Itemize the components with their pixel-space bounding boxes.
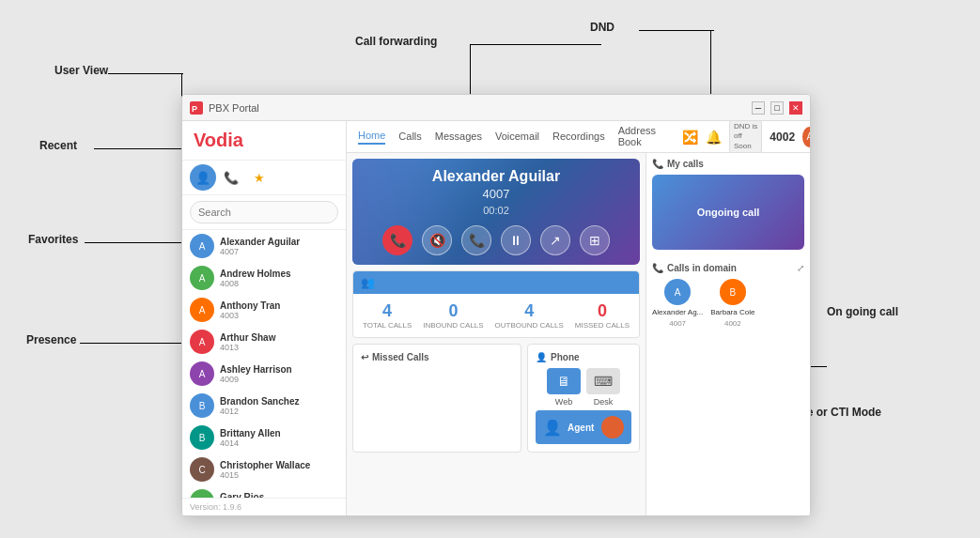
contact-info: Andrew Holmes 4008: [220, 269, 338, 288]
domain-contact[interactable]: A Alexander Ag... 4007: [652, 279, 703, 328]
desk-mode-button[interactable]: ⌨ Desk: [586, 368, 620, 407]
missed-calls-icon: ↩: [361, 352, 368, 362]
dnd-badge[interactable]: DND is off Soon: [729, 121, 762, 153]
stats-icon: 👥: [361, 276, 375, 289]
avatar: B: [720, 279, 746, 305]
domain-icon: 📞: [652, 263, 663, 273]
web-mode-button[interactable]: 🖥 Web: [547, 368, 581, 407]
outbound-label: OUTBOUND CALLS: [495, 321, 564, 330]
nav-item-messages[interactable]: Messages: [435, 131, 482, 144]
stats-header: 👥: [353, 271, 639, 294]
search-area: [182, 195, 346, 230]
domain-contact[interactable]: B Barbara Cole 4002: [710, 279, 754, 328]
avatar: A: [664, 279, 691, 305]
dnd-status: DND is off: [734, 122, 757, 142]
inbound-calls-stat: 0 INBOUND CALLS: [423, 301, 483, 330]
search-input[interactable]: [190, 201, 338, 223]
transfer-button[interactable]: ↗: [540, 225, 570, 255]
contact-info: Anthony Tran 4003: [220, 300, 338, 320]
avatar: A: [190, 330, 214, 354]
caller-name: Alexander Aguilar: [366, 168, 627, 185]
end-call-button[interactable]: 📞: [382, 225, 412, 255]
close-button[interactable]: ✕: [789, 101, 802, 115]
nav-actions: 🔀 🔔 DND is off Soon 4002 A: [682, 121, 810, 153]
sidebar: Vodia 👤 📞 ★ A Alexander Aguilar 4007 A A…: [182, 121, 347, 515]
phone-title: 👤 Phone: [536, 352, 631, 362]
main-panel: HomeCallsMessagesVoicemailRecordingsAddr…: [347, 121, 810, 515]
nav-item-home[interactable]: Home: [358, 130, 385, 145]
missed-calls-icon-button[interactable]: 📞: [218, 164, 244, 191]
inbound-value: 0: [423, 301, 483, 321]
favorites-label: Favorites: [28, 233, 78, 246]
call-button[interactable]: 📞: [461, 225, 491, 255]
avatar: A: [190, 361, 214, 386]
keypad-button[interactable]: ⊞: [580, 225, 610, 255]
user-view-label: User View: [54, 64, 108, 77]
list-item[interactable]: B Brittany Allen 4014: [182, 422, 346, 453]
right-panel: 📞 My calls Ongoing call 📞 Calls in do: [646, 153, 810, 515]
phone-icon: 👤: [536, 352, 547, 362]
bell-icon[interactable]: 🔔: [706, 130, 722, 145]
call-info: Alexander Aguilar 4007 00:02 📞 🔇 📞 ⏸ ↗ ⊞: [366, 168, 627, 255]
total-value: 4: [363, 301, 412, 321]
outbound-calls-stat: 4 OUTBOUND CALLS: [495, 301, 564, 330]
recent-label: Recent: [39, 139, 77, 152]
contact-name: Brandon Sanchez: [220, 396, 338, 407]
contact-info: Brittany Allen 4014: [220, 428, 338, 448]
mute-button[interactable]: 🔇: [422, 225, 452, 255]
hold-button[interactable]: ⏸: [501, 225, 531, 255]
avatar: A: [190, 298, 214, 322]
phone-modes: 🖥 Web ⌨ Desk: [536, 368, 631, 407]
missed-calls-stat: 0 MISSED CALLS: [575, 301, 630, 330]
list-item[interactable]: C Christopher Wallace 4015: [182, 453, 346, 485]
favorites-icon-button[interactable]: ★: [246, 164, 272, 191]
content-area: Alexander Aguilar 4007 00:02 📞 🔇 📞 ⏸ ↗ ⊞: [347, 153, 810, 515]
agent-card[interactable]: 👤 Agent: [536, 410, 631, 444]
app-window: P PBX Portal ─ □ ✕ Vodia 👤 📞 ★: [181, 94, 811, 516]
contact-ext: 4003: [220, 311, 338, 320]
caller-ext: 4007: [366, 187, 627, 201]
nav-item-address book[interactable]: Address Book: [618, 125, 656, 149]
my-calls-section: 📞 My calls Ongoing call: [652, 159, 804, 255]
missed-label: MISSED CALLS: [575, 321, 630, 330]
contact-name: Anthony Tran: [220, 300, 338, 311]
minimize-button[interactable]: ─: [752, 101, 765, 115]
avatar: B: [190, 425, 214, 450]
window-title: PBX Portal: [209, 102, 752, 114]
version-text: Version: 1.9.6: [182, 498, 346, 515]
list-item[interactable]: A Arthur Shaw 4013: [182, 326, 346, 358]
avatar: B: [190, 393, 214, 418]
list-item[interactable]: G Gary Rios 4018: [182, 485, 346, 498]
presence-label: Presence: [26, 333, 76, 346]
extension-badge: 4002: [770, 131, 795, 144]
call-forwarding-label: Call forwarding: [355, 35, 437, 48]
contact-ext: 4009: [220, 375, 338, 384]
stats-card: 👥 4 TOTAL CALLS 0 INBOUND CALLS: [352, 270, 640, 338]
list-item[interactable]: B Brandon Sanchez 4012: [182, 390, 346, 422]
maximize-button[interactable]: □: [770, 101, 784, 115]
phone-nav-icon[interactable]: 🔀: [682, 130, 698, 145]
expand-icon[interactable]: ⤢: [797, 263, 804, 273]
nav-item-voicemail[interactable]: Voicemail: [495, 131, 539, 144]
logo: Vodia: [194, 130, 243, 151]
list-item[interactable]: A Andrew Holmes 4008: [182, 262, 346, 294]
call-timer: 00:02: [366, 205, 627, 216]
nav-item-recordings[interactable]: Recordings: [552, 131, 605, 144]
contact-name: Andrew Holmes: [220, 269, 338, 279]
nav-item-calls[interactable]: Calls: [398, 131, 421, 144]
avatar: A: [190, 234, 214, 258]
user-avatar[interactable]: A: [802, 127, 810, 147]
domain-contact-ext: 4002: [724, 319, 741, 328]
contact-info: Alexander Aguilar 4007: [220, 237, 338, 256]
outbound-value: 4: [495, 301, 564, 321]
svg-text:P: P: [192, 104, 197, 114]
title-bar: P PBX Portal ─ □ ✕: [182, 95, 810, 121]
sidebar-icon-row: 👤 📞 ★: [182, 161, 346, 195]
list-item[interactable]: A Alexander Aguilar 4007: [182, 230, 346, 262]
center-content: Alexander Aguilar 4007 00:02 📞 🔇 📞 ⏸ ↗ ⊞: [347, 153, 646, 515]
list-item[interactable]: A Anthony Tran 4003: [182, 294, 346, 326]
recent-icon-button[interactable]: 👤: [190, 164, 216, 191]
total-calls-stat: 4 TOTAL CALLS: [363, 301, 412, 330]
list-item[interactable]: A Ashley Harrison 4009: [182, 358, 346, 390]
web-label: Web: [555, 397, 572, 407]
